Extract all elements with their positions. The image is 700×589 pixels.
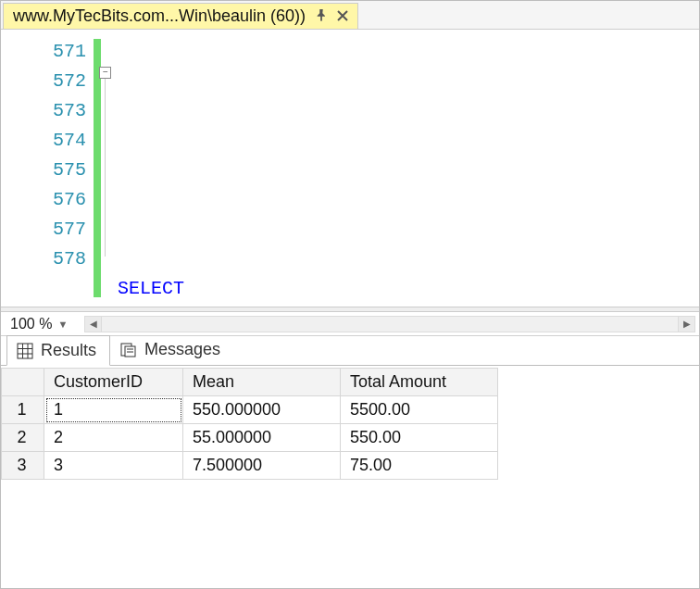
close-icon[interactable] — [337, 8, 348, 25]
table-cell[interactable]: 75.00 — [341, 452, 498, 480]
horizontal-scrollbar[interactable]: ◀ ▶ — [84, 316, 695, 332]
table-cell[interactable]: 55.000000 — [183, 424, 341, 452]
document-tab-title: www.MyTecBits.com...Win\beaulin (60)) — [13, 6, 306, 26]
code-line[interactable] — [118, 244, 484, 274]
column-header[interactable]: CustomerID — [44, 369, 183, 396]
line-number: 574 — [1, 126, 86, 156]
code-line[interactable]: SELECT — [118, 274, 484, 304]
table-cell[interactable]: 2 — [44, 424, 183, 452]
code-line[interactable]: CustomerID, — [118, 304, 484, 307]
tab-results-label: Results — [41, 341, 96, 360]
table-header-row: CustomerID Mean Total Amount — [2, 369, 498, 396]
line-number: 571 — [1, 37, 86, 67]
document-tab[interactable]: www.MyTecBits.com...Win\beaulin (60)) — [3, 3, 358, 29]
results-grid: CustomerID Mean Total Amount 1 1 550.000… — [1, 366, 699, 480]
tab-messages[interactable]: Messages — [110, 334, 234, 365]
table-cell[interactable]: 5500.00 — [341, 396, 498, 424]
zoom-bar: 100 % ▼ ◀ ▶ — [1, 312, 699, 336]
table-cell[interactable]: 550.000000 — [183, 396, 341, 424]
results-table[interactable]: CustomerID Mean Total Amount 1 1 550.000… — [1, 368, 498, 480]
code-token: SELECT — [118, 278, 184, 299]
line-number: 573 — [1, 96, 86, 126]
code-area[interactable]: − SELECT CustomerID, AVG(Amount) AS [Mea… — [101, 30, 484, 307]
scroll-left-icon[interactable]: ◀ — [85, 317, 102, 332]
row-header[interactable]: 3 — [2, 452, 44, 480]
zoom-level-select[interactable]: 100 % ▼ — [6, 316, 71, 332]
row-header[interactable]: 1 — [2, 396, 44, 424]
table-cell[interactable]: 550.00 — [341, 424, 498, 452]
fold-guide-line — [105, 79, 106, 257]
line-number: 578 — [1, 244, 86, 274]
line-number-gutter: 571 572 573 574 575 576 577 578 — [1, 30, 94, 307]
results-tab-bar: Results Messages — [1, 336, 699, 366]
grid-icon — [17, 343, 33, 359]
table-row[interactable]: 3 3 7.500000 75.00 — [2, 452, 498, 480]
tab-messages-label: Messages — [144, 340, 220, 359]
zoom-level-value: 100 % — [10, 316, 52, 332]
row-header[interactable]: 2 — [2, 424, 44, 452]
tab-results[interactable]: Results — [6, 335, 110, 366]
chevron-down-icon: ▼ — [57, 319, 68, 330]
table-cell[interactable]: 7.500000 — [183, 452, 341, 480]
table-cell[interactable]: 3 — [44, 452, 183, 480]
line-number: 576 — [1, 185, 86, 215]
table-row[interactable]: 1 1 550.000000 5500.00 — [2, 396, 498, 424]
column-header[interactable]: Mean — [183, 369, 341, 396]
scroll-right-icon[interactable]: ▶ — [678, 317, 694, 332]
messages-icon — [120, 342, 137, 358]
document-tab-bar: www.MyTecBits.com...Win\beaulin (60)) — [1, 1, 699, 29]
line-number: 577 — [1, 215, 86, 244]
fold-toggle-icon[interactable]: − — [99, 67, 111, 79]
line-number: 575 — [1, 156, 86, 185]
column-header[interactable]: Total Amount — [341, 369, 498, 396]
table-corner[interactable] — [2, 369, 44, 396]
svg-rect-0 — [18, 344, 32, 358]
sql-editor[interactable]: 571 572 573 574 575 576 577 578 − SELECT… — [1, 29, 699, 307]
table-row[interactable]: 2 2 55.000000 550.00 — [2, 424, 498, 452]
table-cell[interactable]: 1 — [44, 396, 183, 424]
pin-icon[interactable] — [315, 8, 328, 25]
line-number: 572 — [1, 67, 86, 96]
